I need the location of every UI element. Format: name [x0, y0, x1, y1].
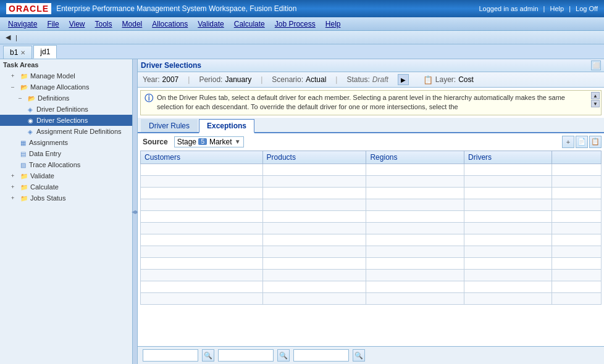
export-btn[interactable]: 📋 [589, 136, 602, 148]
sidebar-label-validate: Validate [30, 172, 54, 180]
sidebar-label-trace-allocations: Trace Allocations [29, 161, 80, 168]
expand-jobs-status: + [11, 195, 19, 201]
menu-allocations[interactable]: Allocations [147, 19, 193, 30]
toolbar-separator: | [13, 33, 20, 42]
period-value: January [225, 75, 251, 84]
scenario-label: Scenario: [272, 75, 303, 84]
table-row [141, 292, 602, 304]
sidebar-label-manage-model: Manage Model [30, 72, 75, 80]
expand-manage-model: + [11, 73, 19, 79]
period-label: Period: [199, 75, 222, 84]
table-row [141, 210, 602, 222]
content-header: Driver Selections ⬜ [138, 59, 604, 72]
item-icon-driver-definitions: ◈ [26, 105, 35, 114]
logoff-link[interactable]: Log Off [576, 5, 598, 12]
folder-icon-jobs-status: 📁 [20, 194, 28, 202]
layer-icon: 📋 [423, 75, 433, 85]
folder-icon-validate: 📁 [20, 172, 28, 180]
menu-navigate[interactable]: Navigate [3, 19, 42, 30]
sidebar-item-driver-definitions[interactable]: ◈ Driver Definitions [0, 104, 132, 115]
tab-b1-label: b1 [10, 48, 18, 57]
top-header-bar: ORACLE Enterprise Performance Management… [0, 0, 604, 17]
info-text: On the Driver Rules tab, select a defaul… [157, 93, 597, 112]
item-icon-assignments: ▦ [19, 138, 27, 147]
tab-exceptions[interactable]: Exceptions [199, 119, 254, 133]
expand-validate: + [11, 173, 19, 179]
resize-handle[interactable]: ◀▶ [133, 59, 138, 364]
sidebar-label-data-entry: Data Entry [29, 150, 61, 157]
sidebar-item-manage-allocations[interactable]: – 📂 Manage Allocations [0, 81, 132, 93]
scroll-up-btn[interactable]: ▲ [591, 92, 600, 99]
table-row [141, 281, 602, 292]
table-row [141, 246, 602, 257]
menu-jobprocess[interactable]: Job Process [270, 19, 321, 30]
search-input-1[interactable] [143, 349, 198, 362]
col-customers: Customers [141, 151, 263, 163]
item-icon-trace-allocations: ▨ [19, 160, 27, 169]
stage-dropdown-arrow[interactable]: ▼ [235, 138, 241, 145]
menu-bar: Navigate File View Tools Model Allocatio… [0, 17, 604, 31]
toolbar-back[interactable]: ◀ [3, 33, 13, 42]
add-row-btn[interactable]: + [562, 136, 574, 148]
sidebar-item-assignments[interactable]: ▦ Assignments [0, 137, 132, 148]
expand-calculate: + [11, 184, 19, 190]
sidebar-item-driver-selections[interactable]: ◉ Driver Selections [0, 115, 132, 126]
sidebar-label-manage-allocations: Manage Allocations [30, 83, 89, 91]
sidebar-label-calculate: Calculate [30, 183, 59, 191]
stage-select[interactable]: Stage 5 Market ▼ [174, 136, 244, 147]
search-btn-2[interactable]: 🔍 [277, 349, 290, 362]
inner-tab-bar: Driver Rules Exceptions [138, 118, 604, 133]
tab-bar: b1 ✕ jd1 [0, 44, 604, 59]
scenario-value: Actual [306, 75, 326, 84]
expand-definitions: – [19, 95, 26, 101]
new-item-btn[interactable]: 📄 [576, 136, 588, 148]
menu-file[interactable]: File [42, 19, 64, 30]
info-icon: ⓘ [145, 93, 153, 104]
menu-help[interactable]: Help [321, 19, 346, 30]
sidebar-item-validate[interactable]: + 📁 Validate [0, 170, 132, 181]
sidebar-label-driver-selections: Driver Selections [36, 117, 88, 124]
sidebar-item-calculate[interactable]: + 📁 Calculate [0, 181, 132, 192]
year-label: Year: [143, 75, 160, 84]
sidebar-item-data-entry[interactable]: ▤ Data Entry [0, 148, 132, 159]
help-link[interactable]: Help [550, 5, 564, 12]
sidebar-label-driver-definitions: Driver Definitions [36, 105, 88, 113]
menu-calculate[interactable]: Calculate [229, 19, 270, 30]
app-title: Enterprise Performance Management System… [56, 4, 479, 13]
grid-header-row: Source Stage 5 Market ▼ + 📄 📋 [140, 136, 602, 148]
menu-view[interactable]: View [64, 19, 90, 30]
layer-value: Cost [458, 75, 474, 84]
sidebar-item-manage-model[interactable]: + 📁 Manage Model [0, 70, 132, 81]
menu-model[interactable]: Model [117, 19, 148, 30]
tab-jd1[interactable]: jd1 [33, 45, 57, 59]
tab-b1[interactable]: b1 ✕ [3, 46, 32, 59]
folder-icon-definitions: 📂 [27, 94, 36, 102]
col-regions: Regions [366, 151, 464, 163]
oracle-logo: ORACLE [6, 3, 51, 14]
sidebar-item-definitions[interactable]: – 📂 Definitions [0, 93, 132, 104]
sidebar-item-assignment-rule-definitions[interactable]: ◈ Assignment Rule Definitions [0, 126, 132, 137]
info-scroll: ▲ ▼ [591, 92, 600, 107]
item-icon-assignment-rule-defs: ◈ [26, 127, 35, 136]
search-btn-1[interactable]: 🔍 [202, 349, 214, 362]
bottom-search-bar: 🔍 🔍 🔍 [138, 346, 604, 364]
menu-tools[interactable]: Tools [90, 19, 117, 30]
sidebar-item-jobs-status[interactable]: + 📁 Jobs Status [0, 192, 132, 204]
scroll-down-btn[interactable]: ▼ [591, 100, 600, 107]
search-btn-3[interactable]: 🔍 [353, 349, 365, 362]
top-right-links: Logged in as admin | Help | Log Off [479, 5, 598, 12]
sidebar-item-trace-allocations[interactable]: ▨ Trace Allocations [0, 159, 132, 170]
folder-icon-manage-model: 📁 [20, 72, 28, 80]
menu-validate[interactable]: Validate [193, 19, 229, 30]
folder-icon-manage-allocations: 📂 [20, 83, 28, 91]
nav-forward-btn[interactable]: ▶ [398, 74, 409, 85]
maximize-btn[interactable]: ⬜ [591, 60, 601, 70]
tab-jd1-label: jd1 [40, 48, 50, 56]
tab-b1-close[interactable]: ✕ [20, 49, 25, 56]
search-input-3[interactable] [293, 349, 349, 362]
tab-driver-rules[interactable]: Driver Rules [141, 119, 198, 132]
search-input-2[interactable] [218, 349, 274, 362]
stage-label: Stage [177, 138, 196, 146]
data-table: Customers Products Regions Drivers [140, 151, 602, 305]
sidebar-label-jobs-status: Jobs Status [30, 194, 65, 202]
